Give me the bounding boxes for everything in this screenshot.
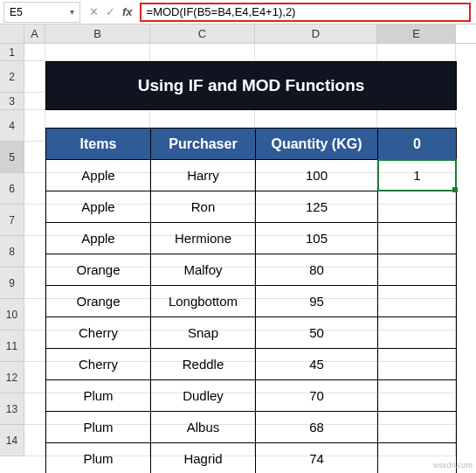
row-header-12[interactable]: 12 [0, 362, 24, 393]
cell-extra[interactable] [378, 349, 457, 380]
col-purchaser[interactable]: Purchaser [151, 129, 256, 160]
row-header-13[interactable]: 13 [0, 393, 24, 425]
col-quantity[interactable]: Quantity (KG) [256, 129, 378, 160]
cell[interactable] [24, 425, 45, 456]
col-items[interactable]: Items [46, 129, 151, 160]
table-row: PlumDudley70 [46, 380, 457, 412]
cell-quantity[interactable]: 50 [256, 317, 378, 349]
cell[interactable] [24, 299, 45, 330]
cell[interactable] [45, 44, 150, 61]
col-header-A[interactable]: A [24, 24, 45, 43]
table-row: CherrySnap50 [46, 317, 457, 349]
cell[interactable] [24, 44, 45, 61]
cell-quantity[interactable]: 45 [256, 349, 378, 380]
cell[interactable] [24, 142, 45, 173]
cell[interactable] [24, 173, 45, 205]
row-header-6[interactable]: 6 [0, 173, 24, 205]
cell[interactable] [24, 268, 45, 299]
chevron-down-icon[interactable]: ▾ [70, 7, 74, 17]
column-header-row: A B C D E [0, 24, 476, 44]
cell-purchaser[interactable]: Malfoy [151, 254, 256, 286]
select-all-corner[interactable] [0, 24, 24, 43]
cell-items[interactable]: Cherry [46, 349, 151, 380]
col-header-E[interactable]: E [377, 24, 456, 43]
cell-items[interactable]: Orange [46, 254, 151, 286]
cell-purchaser[interactable]: Hermione [151, 223, 256, 254]
row-header-9[interactable]: 9 [0, 268, 24, 299]
check-icon[interactable]: ✓ [106, 5, 115, 18]
row-header-7[interactable]: 7 [0, 205, 24, 236]
cell[interactable] [24, 93, 45, 110]
cell-purchaser[interactable]: Dudley [151, 380, 256, 412]
cell-items[interactable]: Plum [46, 380, 151, 412]
cell-quantity[interactable]: 80 [256, 254, 378, 286]
cell-purchaser[interactable]: Harry [151, 160, 256, 191]
fx-icon[interactable]: fx [122, 5, 133, 18]
cell[interactable] [24, 330, 45, 362]
row-header-1[interactable]: 1 [0, 44, 24, 61]
col-header-D[interactable]: D [255, 24, 377, 43]
cell-quantity[interactable]: 70 [256, 380, 378, 412]
cell[interactable] [255, 44, 377, 61]
cell[interactable] [377, 44, 456, 61]
table-header-row: Items Purchaser Quantity (KG) 0 [46, 129, 457, 160]
cell-items[interactable]: Orange [46, 286, 151, 317]
cell[interactable] [24, 362, 45, 393]
cell-extra[interactable] [378, 380, 457, 412]
table-row: AppleHarry1001 [46, 160, 457, 191]
cell-extra[interactable] [378, 317, 457, 349]
cell-extra[interactable] [378, 412, 457, 443]
cell-quantity[interactable]: 105 [256, 223, 378, 254]
row-header-2[interactable]: 2 [0, 61, 24, 93]
cell[interactable] [150, 44, 255, 61]
cell-extra[interactable] [378, 254, 457, 286]
cell-items[interactable]: Apple [46, 223, 151, 254]
cell[interactable] [24, 205, 45, 236]
table-row: OrangeLongbottom95 [46, 286, 457, 317]
cell-extra[interactable] [378, 191, 457, 223]
cancel-icon[interactable]: ✕ [89, 5, 99, 18]
col-header-C[interactable]: C [150, 24, 255, 43]
cell-quantity[interactable]: 68 [256, 412, 378, 443]
cell-items[interactable]: Cherry [46, 317, 151, 349]
cell[interactable] [24, 61, 45, 93]
formula-input[interactable]: =MOD(IF(B5=B4,E4,E4+1),2) [140, 3, 471, 22]
row-header-3[interactable]: 3 [0, 93, 24, 110]
table-row: OrangeMalfoy80 [46, 254, 457, 286]
cell-purchaser[interactable]: Hagrid [151, 443, 256, 474]
cell-items[interactable]: Plum [46, 443, 151, 474]
row-header-5[interactable]: 5 [0, 142, 24, 173]
cell-purchaser[interactable]: Reddle [151, 349, 256, 380]
row-header-4[interactable]: 4 [0, 110, 24, 142]
cell-purchaser[interactable]: Longbottom [151, 286, 256, 317]
col-extra[interactable]: 0 [378, 129, 457, 160]
watermark: wsxdn.com [433, 461, 473, 470]
cell-extra[interactable] [378, 286, 457, 317]
row-header-11[interactable]: 11 [0, 330, 24, 362]
cell-extra[interactable]: 1 [378, 160, 457, 191]
formula-text: =MOD(IF(B5=B4,E4,E4+1),2) [147, 5, 296, 18]
page-title: Using IF and MOD Functions [45, 61, 457, 110]
col-header-B[interactable]: B [45, 24, 150, 43]
cell-extra[interactable] [378, 223, 457, 254]
cell-items[interactable]: Plum [46, 412, 151, 443]
cell-quantity[interactable]: 95 [256, 286, 378, 317]
cell-quantity[interactable]: 100 [256, 160, 378, 191]
cell-purchaser[interactable]: Snap [151, 317, 256, 349]
cell-quantity[interactable]: 74 [256, 443, 378, 474]
cell-purchaser[interactable]: Ron [151, 191, 256, 223]
cell-items[interactable]: Apple [46, 191, 151, 223]
formula-bar: E5 ▾ ✕ ✓ fx =MOD(IF(B5=B4,E4,E4+1),2) [0, 0, 476, 24]
row-header-14[interactable]: 14 [0, 425, 24, 456]
cell-quantity[interactable]: 125 [256, 191, 378, 223]
row-header-10[interactable]: 10 [0, 299, 24, 330]
cell[interactable] [24, 393, 45, 425]
table-row: AppleRon125 [46, 191, 457, 223]
row-header-8[interactable]: 8 [0, 236, 24, 268]
cell-purchaser[interactable]: Albus [151, 412, 256, 443]
cell[interactable] [24, 110, 45, 142]
name-box[interactable]: E5 ▾ [3, 2, 80, 23]
cell-items[interactable]: Apple [46, 160, 151, 191]
cell[interactable] [24, 236, 45, 268]
table-row: CherryReddle45 [46, 349, 457, 380]
